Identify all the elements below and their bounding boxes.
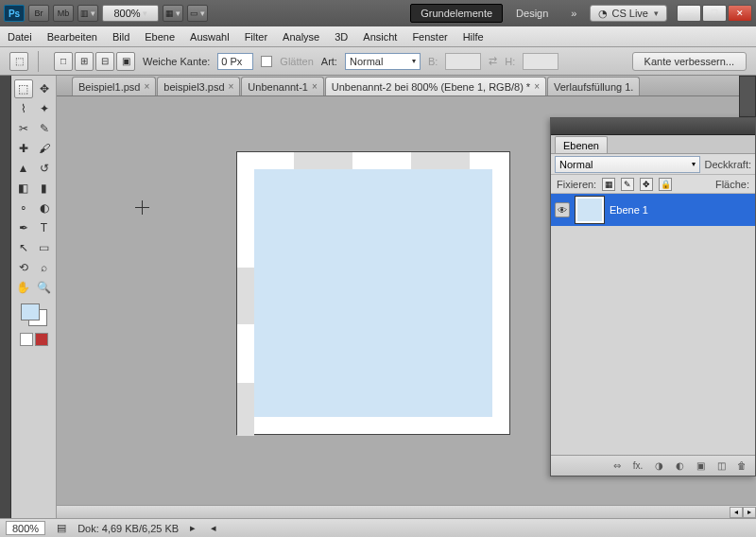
blur-tool[interactable]: ∘ (14, 199, 33, 217)
bridge-button[interactable]: Br (28, 5, 49, 22)
scroll-right-button[interactable]: ▸ (743, 507, 756, 518)
dodge-tool[interactable]: ◐ (35, 199, 54, 217)
status-arrow-icon[interactable]: ▸ (190, 522, 196, 534)
trash-icon[interactable]: 🗑 (734, 459, 749, 473)
blend-mode-select[interactable]: Normal▾ (555, 156, 700, 173)
left-collapsed-dock[interactable] (0, 76, 11, 518)
layers-panel: Ebenen Normal▾ Deckkraft: Fixieren: ▦ ✎ … (550, 117, 756, 476)
menu-fenster[interactable]: Fenster (412, 31, 447, 43)
doc-tab-3[interactable]: Unbenannt-2 bei 800% (Ebene 1, RGB/8) *× (325, 77, 546, 95)
move-tool[interactable]: ✥ (35, 79, 54, 98)
layer-name[interactable]: Ebene 1 (610, 204, 648, 216)
workspace-grundelemente[interactable]: Grundelemente (410, 4, 503, 23)
lock-pixels-icon[interactable]: ▦ (602, 178, 615, 191)
heal-tool[interactable]: ✚ (14, 139, 33, 158)
lock-brush-icon[interactable]: ✎ (621, 178, 634, 191)
style-value: Normal (350, 56, 383, 67)
menu-auswahl[interactable]: Auswahl (190, 31, 230, 43)
panel-titlebar[interactable] (551, 118, 755, 135)
close-icon[interactable]: × (229, 81, 234, 92)
stamp-tool[interactable]: ▲ (14, 159, 33, 178)
crop-tool[interactable]: ✂ (14, 119, 33, 138)
menu-bearbeiten[interactable]: Bearbeiten (47, 31, 97, 43)
menu-datei[interactable]: Datei (8, 31, 32, 43)
doc-tab-4[interactable]: Verlaufsfüllung 1. (547, 77, 640, 95)
doc-tab-0[interactable]: Beispiel1.psd× (72, 77, 156, 95)
quickmask-mask-icon[interactable] (35, 333, 48, 346)
quickmask-std-icon[interactable] (20, 333, 33, 346)
layer-thumbnail[interactable] (576, 197, 604, 223)
mask-icon[interactable]: ◑ (651, 459, 666, 473)
menu-analyse[interactable]: Analyse (283, 31, 319, 43)
close-icon[interactable]: × (534, 81, 540, 92)
shape-tool[interactable]: ▭ (35, 238, 54, 257)
sel-new[interactable]: □ (54, 52, 73, 71)
status-zoom[interactable]: 800% (6, 521, 45, 535)
type-tool[interactable]: T (35, 218, 54, 237)
sel-add[interactable]: ⊞ (75, 52, 94, 71)
lasso-tool[interactable]: ⌇ (14, 99, 33, 118)
right-dock-collapsed[interactable] (739, 76, 756, 117)
document-canvas[interactable] (236, 151, 510, 435)
arrange-button[interactable]: ▦▾ (163, 5, 183, 22)
menu-bild[interactable]: Bild (112, 31, 129, 43)
link-layers-icon[interactable]: ⇔ (610, 459, 625, 473)
hand-tool[interactable]: ✋ (14, 278, 33, 297)
menu-ebene[interactable]: Ebene (145, 31, 175, 43)
doc-tab-1[interactable]: beispiel3.psd× (157, 77, 240, 95)
screenmode-button[interactable]: ▭▾ (187, 5, 208, 22)
scroll-left-button[interactable]: ◂ (730, 507, 743, 518)
close-button[interactable]: ✕ (728, 5, 752, 22)
sel-int[interactable]: ▣ (116, 52, 135, 71)
h-scrollbar[interactable]: ◂ ▸ (57, 505, 756, 518)
group-icon[interactable]: ▣ (693, 459, 708, 473)
lock-all-icon[interactable]: 🔒 (659, 178, 672, 191)
visibility-toggle[interactable]: 👁 (555, 202, 570, 217)
minimize-button[interactable]: — (677, 5, 701, 22)
layer-row[interactable]: 👁 Ebene 1 (551, 194, 755, 226)
marquee-tool[interactable]: ⬚ (14, 79, 33, 98)
tab-ebenen[interactable]: Ebenen (555, 136, 608, 153)
refine-edge-button[interactable]: Kante verbessern... (632, 52, 747, 71)
minibridge-button[interactable]: Mb (53, 5, 74, 22)
menu-filter[interactable]: Filter (245, 31, 267, 43)
panel-tabs: Ebenen (551, 135, 755, 154)
feather-input[interactable]: 0 Px (217, 53, 253, 70)
tool-preset-picker[interactable]: ⬚ (9, 52, 28, 71)
menu-3d[interactable]: 3D (335, 31, 348, 43)
adjustment-icon[interactable]: ◐ (672, 459, 687, 473)
cslive-button[interactable]: ◔ CS Live ▾ (590, 5, 667, 22)
cslive-label: CS Live (611, 8, 648, 19)
color-swatches[interactable] (21, 303, 47, 326)
fg-color-icon[interactable] (21, 303, 40, 320)
eraser-tool[interactable]: ◧ (14, 179, 33, 198)
history-brush-tool[interactable]: ↺ (35, 159, 54, 178)
close-icon[interactable]: × (144, 81, 149, 92)
new-layer-icon[interactable]: ◫ (713, 459, 729, 473)
view-extras-button[interactable]: ▥▾ (77, 5, 98, 22)
menu-hilfe[interactable]: Hilfe (463, 31, 484, 43)
wand-tool[interactable]: ✦ (35, 99, 54, 118)
scroll-left-icon[interactable]: ◂ (211, 522, 216, 534)
gradient-tool[interactable]: ▮ (35, 179, 54, 198)
workspace-design[interactable]: Design (507, 4, 558, 23)
zoom-combo[interactable]: 800%▾ (102, 5, 159, 22)
sel-sub[interactable]: ⊟ (95, 52, 114, 71)
eyedropper-tool[interactable]: ✎ (35, 119, 54, 138)
maximize-button[interactable]: ☐ (702, 5, 727, 22)
fx-icon[interactable]: fx. (630, 459, 645, 473)
antialias-checkbox[interactable] (261, 56, 272, 67)
brush-tool[interactable]: 🖌 (35, 139, 54, 158)
lock-move-icon[interactable]: ✥ (640, 178, 653, 191)
pen-tool[interactable]: ✒ (14, 218, 33, 237)
style-select[interactable]: Normal▾ (345, 53, 421, 70)
3d-camera-tool[interactable]: ⌕ (35, 258, 54, 277)
close-icon[interactable]: × (312, 81, 318, 92)
zoom-tool[interactable]: 🔍 (35, 278, 54, 297)
workspace-more[interactable]: » (561, 4, 586, 23)
3d-tool[interactable]: ⟲ (14, 258, 33, 277)
doc-tab-2[interactable]: Unbenannt-1× (241, 77, 323, 95)
transparency-checker (237, 383, 254, 436)
menu-ansicht[interactable]: Ansicht (363, 31, 397, 43)
path-select-tool[interactable]: ↖ (14, 238, 33, 257)
